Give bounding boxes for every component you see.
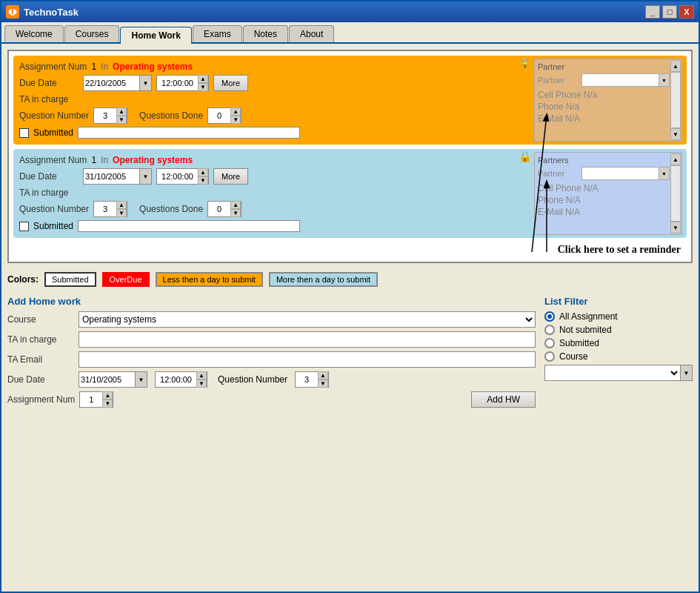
list-filter-panel: List Filter All Assignment Not submited … [544,296,693,411]
add-anum-up[interactable]: ▲ [102,391,113,400]
card1-assignment-num-label: Assignment Num [19,62,87,72]
card1-time-spinner[interactable]: ▲ ▼ [156,75,209,91]
filter-all-radio[interactable] [544,311,555,322]
card1-more-button[interactable]: More [213,75,248,91]
ta-input[interactable] [79,331,536,348]
card1-question-input[interactable] [94,108,116,123]
card1-due-date-combo[interactable]: ▼ [83,75,152,91]
card2-scrollbar: ▲ ▼ [670,153,681,233]
add-qnum-up[interactable]: ▲ [318,371,328,380]
course-select-input[interactable]: Operating systems [79,312,535,327]
filter-course-combo[interactable]: ▼ [544,365,693,381]
add-time-spinner[interactable]: ▲ ▼ [155,371,207,388]
card1-done-down[interactable]: ▼ [230,116,241,124]
card2-question-btns: ▲ ▼ [116,201,127,217]
card2-question-input[interactable] [94,202,116,216]
card2-time-spinner[interactable]: ▲ ▼ [156,168,209,185]
close-button[interactable]: X [679,5,694,19]
card1-scroll-down[interactable]: ▼ [670,128,681,140]
filter-not-submitted-radio[interactable] [544,325,555,335]
card2-scroll-down[interactable]: ▼ [670,222,681,233]
add-anum-spinner[interactable]: ▲ ▼ [79,391,113,408]
filter-submitted-radio[interactable] [544,338,555,348]
add-anum-input[interactable] [80,392,102,407]
card2-time-down[interactable]: ▼ [198,176,208,185]
card1-done-up[interactable]: ▲ [230,107,241,116]
card1-lock-icon[interactable]: 🔒 [519,57,531,69]
card2-partner-combo[interactable]: ▼ [581,167,670,180]
card2-cell-phone-val: N/A [584,183,599,193]
tab-welcome[interactable]: Welcome [4,25,64,42]
filter-course-select[interactable] [545,365,680,380]
filter-all-row: All Assignment [544,311,693,322]
tab-homework[interactable]: Home Work [120,27,191,44]
card2-due-date-arrow[interactable]: ▼ [139,169,151,184]
card2-done-spinner[interactable]: ▲ ▼ [207,201,241,217]
card2-time-up[interactable]: ▲ [198,168,208,176]
add-time-down[interactable]: ▼ [196,380,207,388]
tab-about[interactable]: About [289,25,334,42]
card2-assignment-num: 1 [91,155,96,165]
card1-scroll-up[interactable]: ▲ [670,60,681,72]
due-date-arrow[interactable]: ▼ [135,372,147,387]
add-hw-button[interactable]: Add HW [471,391,536,408]
minimize-button[interactable]: _ [645,5,660,19]
card1-partner-arrow[interactable]: ▼ [659,74,669,86]
add-time-input[interactable] [156,372,196,387]
card2-done-up[interactable]: ▲ [230,201,241,209]
card2-ta-row: TA in charge [19,188,527,198]
card2-time-input[interactable] [157,169,198,184]
card1-due-date-arrow[interactable]: ▼ [139,76,151,90]
card2-question-spinner[interactable]: ▲ ▼ [93,201,127,217]
reminder-text[interactable]: Click here to set a reminder [558,244,681,255]
card2-due-date-combo[interactable]: ▼ [83,168,152,185]
card2-due-date-input[interactable] [84,169,139,184]
due-date-input[interactable] [79,372,135,387]
card1-partner-combo[interactable]: ▼ [581,73,670,87]
ta-label: TA in charge [7,334,74,345]
card1-date-row: Due Date ▼ ▲ ▼ More [19,75,527,91]
card1-question-label: Question Number [19,110,89,121]
add-qnum-spinner[interactable]: ▲ ▼ [295,371,329,388]
card2-question-down[interactable]: ▼ [116,209,127,217]
card2-scroll-up[interactable]: ▲ [670,153,681,165]
course-select[interactable]: Operating systems [79,311,536,328]
tab-notes[interactable]: Notes [243,25,288,42]
card2-done-down[interactable]: ▼ [230,209,241,217]
due-date-combo[interactable]: ▼ [79,371,147,388]
due-date-label: Due Date [7,374,74,385]
tab-exams[interactable]: Exams [193,25,242,42]
add-anum-down[interactable]: ▼ [102,400,113,408]
filter-course-arrow[interactable]: ▼ [680,365,692,380]
card2-question-up[interactable]: ▲ [116,201,127,209]
card1-cell-phone-row: Cell Phone N/a [538,90,670,100]
card1-done-spinner[interactable]: ▲ ▼ [207,107,241,124]
card2-more-button[interactable]: More [213,168,248,185]
card1-done-input[interactable] [208,108,230,123]
tab-courses[interactable]: Courses [64,25,120,42]
main-window: T TechnoTask _ □ X Welcome Courses Home … [0,0,700,593]
card1-progress-bar [78,127,300,139]
add-qnum-down[interactable]: ▼ [318,380,328,388]
maximize-button[interactable]: □ [662,5,677,19]
card2-partner-arrow[interactable]: ▼ [659,168,669,179]
ta-email-input[interactable] [79,351,536,368]
filter-course-radio[interactable] [544,351,555,362]
card1-due-date-input[interactable] [84,76,139,90]
card1-question-up[interactable]: ▲ [116,107,127,116]
list-filter-title: List Filter [544,296,693,307]
add-time-up[interactable]: ▲ [196,371,207,380]
card1-header-row: Assignment Num 1 In Operating systems [19,62,527,72]
assignments-container: Assignment Num 1 In Operating systems Du… [7,50,693,263]
card1-question-spinner[interactable]: ▲ ▼ [93,107,127,124]
titlebar-left: T TechnoTask [6,5,79,19]
card1-time-input[interactable] [157,76,198,90]
add-qnum-input[interactable] [296,372,318,387]
card1-question-down[interactable]: ▼ [116,116,127,124]
card1-submitted-checkbox[interactable] [19,128,29,138]
card1-time-down[interactable]: ▼ [198,83,208,91]
card2-lock-icon[interactable]: 🔒 [519,150,531,162]
card2-done-input[interactable] [208,202,230,216]
card1-time-up[interactable]: ▲ [198,75,208,83]
card2-submitted-checkbox[interactable] [19,222,29,231]
